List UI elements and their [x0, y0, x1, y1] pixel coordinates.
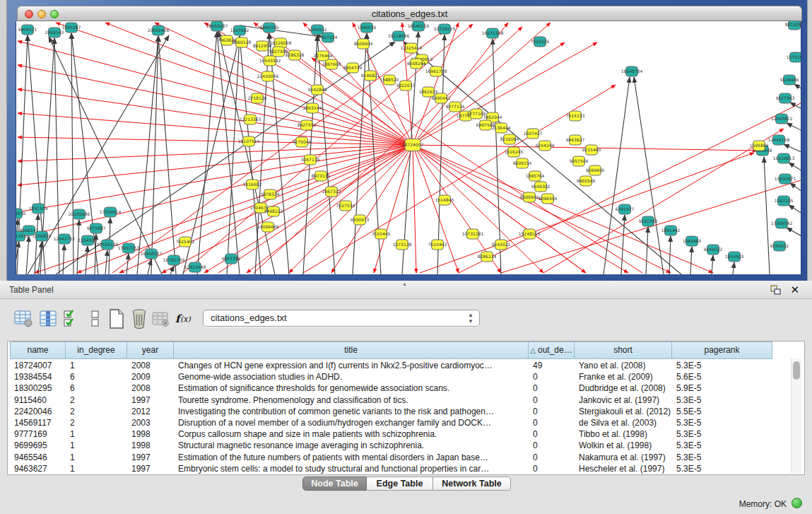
graph-node[interactable]: 15692971 [775, 174, 796, 184]
column-header-out_de[interactable]: △out_de… [529, 341, 575, 359]
graph-node[interactable]: 8660128 [233, 37, 252, 47]
graph-node[interactable]: 9498222 [264, 206, 283, 216]
graph-node[interactable]: 9227343 [776, 93, 795, 103]
graph-node[interactable]: 8609154 [513, 158, 532, 168]
network-window-titlebar[interactable]: citations_edges.txt [17, 6, 802, 21]
table-row[interactable]: 911546021997Tourette syndrome. Phenomeno… [10, 395, 772, 406]
graph-node[interactable]: 9463627 [566, 135, 585, 145]
graph-node[interactable]: 1154519 [78, 235, 98, 245]
graph-node[interactable]: 7625402 [176, 237, 195, 247]
graph-node[interactable]: 7610445 [372, 229, 391, 239]
graph-node[interactable]: 9152763 [639, 216, 658, 226]
graph-node[interactable]: 9957504 [570, 156, 589, 166]
graph-node[interactable]: 8609902 [520, 192, 539, 202]
graph-node[interactable]: 13325419 [401, 43, 423, 53]
graph-node[interactable]: 9245032 [770, 241, 789, 251]
graph-node[interactable]: 8454749 [343, 63, 363, 73]
tab-edge-table[interactable]: Edge Table [367, 477, 433, 491]
graph-node[interactable]: 1891442 [661, 226, 681, 235]
import-table-icon[interactable] [150, 308, 171, 330]
graph-node[interactable]: 12444158 [768, 135, 790, 145]
graph-node[interactable]: 1516682 [243, 180, 262, 189]
create-table-icon[interactable] [106, 308, 127, 330]
memory-status-indicator[interactable] [792, 498, 802, 508]
column-header-year[interactable]: year [127, 341, 174, 359]
graph-node[interactable]: 8609604 [354, 39, 373, 49]
graph-node[interactable]: 9129966 [780, 75, 799, 85]
graph-node[interactable]: 9245022 [704, 245, 723, 255]
function-builder-icon[interactable]: f(x) [173, 308, 194, 330]
graph-node[interactable]: 16782759 [163, 255, 185, 265]
graph-node[interactable]: 8286234 [478, 252, 497, 262]
graph-node[interactable]: 9857791 [222, 254, 241, 264]
close-panel-icon[interactable]: ✕ [790, 284, 799, 296]
graph-node[interactable]: 10719155 [434, 24, 456, 34]
column-header-name[interactable]: name [10, 341, 66, 359]
graph-node[interactable]: 17957253 [118, 243, 140, 253]
graph-node[interactable]: 8427552 [298, 120, 317, 130]
graph-node[interactable]: 2160050 [16, 209, 26, 218]
graph-node[interactable]: 1616245 [505, 147, 524, 157]
column-settings-icon[interactable] [13, 308, 34, 330]
table-selector-dropdown[interactable]: citations_edges.txt ▲▼ [203, 310, 480, 327]
select-columns-icon[interactable] [37, 308, 59, 330]
tab-node-table[interactable]: Node Table [302, 477, 367, 491]
graph-node[interactable]: 4170044 [293, 137, 312, 147]
graph-node[interactable]: 8216064 [500, 134, 519, 144]
graph-node[interactable]: 9465546 [577, 176, 596, 186]
graph-node[interactable]: 9115460 [582, 145, 601, 155]
graph-node[interactable]: 5878334 [261, 189, 280, 199]
graph-node[interactable]: 8466160 [260, 23, 279, 33]
graph-node[interactable]: 19218586 [388, 31, 410, 41]
graph-node[interactable]: 20206586 [69, 209, 90, 219]
column-header-short[interactable]: short [575, 341, 672, 359]
graph-node[interactable]: 12942757 [54, 234, 76, 244]
graph-node[interactable]: 7957224 [319, 33, 338, 42]
tab-network-table[interactable]: Network Table [433, 477, 511, 491]
graph-node[interactable]: 2718126 [248, 93, 267, 103]
graph-node[interactable]: 12093822 [771, 114, 793, 124]
graph-node[interactable]: 1069465 [683, 236, 702, 246]
graph-node[interactable]: 7515153 [566, 111, 585, 121]
scrollbar-thumb[interactable] [793, 361, 800, 380]
graph-node[interactable]: 8186328 [286, 50, 305, 60]
table-row[interactable]: 2242004622012Investigating the contribut… [10, 406, 772, 417]
graph-node[interactable]: 10731381 [462, 229, 484, 239]
graph-node[interactable]: 9243022 [492, 240, 511, 250]
network-view-canvas[interactable]: 9405571206914310652872069140610655287152… [16, 21, 801, 274]
graph-node[interactable]: 8990442 [432, 93, 451, 103]
graph-node[interactable]: 19958167 [141, 249, 163, 259]
table-row[interactable]: 1830029562008Estimation of significance … [10, 382, 772, 394]
graph-node[interactable]: 12505135 [97, 240, 119, 250]
graph-node[interactable]: 17306542 [771, 218, 793, 228]
graph-node[interactable]: 7515526 [531, 37, 550, 47]
graph-node[interactable]: 7627534 [336, 201, 355, 211]
deselect-all-icon[interactable] [85, 308, 106, 330]
graph-node[interactable]: 8777134 [446, 102, 465, 112]
graph-node[interactable]: 12923448 [184, 262, 206, 272]
graph-node[interactable]: 1065287 [62, 23, 81, 33]
table-row[interactable]: 946554611997Estimation of the future num… [10, 452, 772, 463]
graph-node[interactable]: 8096594 [539, 194, 558, 204]
graph-node[interactable]: 9549302 [531, 182, 551, 192]
graph-node[interactable]: 9405571 [18, 25, 37, 35]
graph-node[interactable]: 14099489 [257, 222, 279, 232]
graph-node[interactable]: 15248155 [519, 229, 541, 239]
graph-node[interactable]: 6791977 [616, 204, 635, 214]
graph-node[interactable]: 18724007 [402, 139, 424, 151]
table-row[interactable]: 1872400712008Changes of HCN gene express… [10, 360, 772, 371]
graph-node[interactable]: 16646160 [408, 21, 430, 31]
graph-node[interactable]: 16210613 [773, 153, 795, 163]
column-header-pagerank[interactable]: pagerank [672, 341, 772, 359]
graph-node[interactable]: 2867608 [322, 59, 341, 69]
graph-node[interactable]: 9500973 [351, 215, 370, 225]
table-row[interactable]: 946362711997Embryonic stem cells: a mode… [10, 463, 772, 474]
graph-node[interactable]: 1846616 [358, 23, 377, 33]
graph-node[interactable]: 9975887 [87, 223, 106, 233]
graph-node[interactable]: 1514845 [435, 195, 454, 205]
graph-node[interactable]: 1083105 [775, 196, 794, 206]
table-row[interactable]: 1456911722003Disruption of a novel membe… [10, 417, 772, 428]
graph-node[interactable]: 16543392 [259, 56, 281, 66]
graph-node[interactable]: 2803144 [303, 103, 322, 113]
graph-node[interactable]: 1527602 [230, 25, 249, 35]
